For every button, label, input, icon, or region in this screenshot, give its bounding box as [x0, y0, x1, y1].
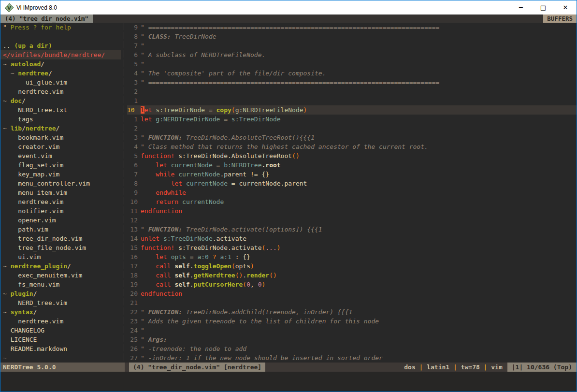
tab-tree-dir-node[interactable]: (4) "tree_dir_node.vim" — [0, 15, 93, 23]
minimize-button[interactable]: ─ — [510, 0, 532, 15]
tree-item[interactable]: creator.vim — [0, 142, 121, 151]
code-line[interactable]: 5" — [127, 59, 577, 69]
line-number: 1 — [127, 115, 138, 124]
code-line[interactable]: 1 — [127, 96, 577, 105]
tree-item[interactable]: fs_menu.vim — [0, 280, 121, 289]
tree-item[interactable]: README.markdown — [0, 344, 121, 353]
code-line[interactable]: 3" =====================================… — [127, 78, 577, 87]
maximize-button[interactable]: □ — [532, 0, 554, 15]
code-line[interactable]: 22" FUNCTION: TreeDirNode.addChild(treen… — [127, 307, 577, 317]
code-line[interactable]: 10 return currentNode — [127, 197, 577, 206]
code-line[interactable]: 2 — [127, 124, 577, 133]
tree-item[interactable]: bookmark.vim — [0, 133, 121, 142]
token-fg: .activate — [213, 235, 246, 242]
code-line[interactable]: 6" A subclass of NERDTreeFileNode. — [127, 50, 577, 59]
token-cmb: Args: — [148, 336, 167, 343]
tree-item[interactable]: menu_item.vim — [0, 188, 121, 197]
code-line-current[interactable]: 10let s:TreeDirNode = copy(g:NERDTreeFil… — [127, 105, 577, 115]
tree-item[interactable]: .. (up a dir) — [0, 41, 121, 50]
code-line[interactable]: 1let g:NERDTreeDirNode = s:TreeDirNode — [127, 115, 577, 124]
tree-item[interactable]: LICENCE — [0, 335, 121, 344]
code-line[interactable]: 18 call self.getNerdtree().render() — [127, 271, 577, 280]
code-line[interactable]: 7" — [127, 41, 577, 50]
tree-item[interactable]: menu_controller.vim — [0, 179, 121, 188]
tree-item[interactable] — [0, 32, 121, 41]
tree-item[interactable]: event.vim — [0, 151, 121, 160]
tree-item[interactable]: NERD_tree.txt — [0, 105, 121, 115]
tree-item[interactable]: ~ nerdtree_plugin/ — [0, 261, 121, 271]
tree-item[interactable]: " Press ? for help — [0, 23, 121, 32]
tree-root-item[interactable]: </vimfiles/bundle/nerdtree/ — [0, 50, 121, 59]
code-line[interactable]: 21 — [127, 298, 577, 307]
line-number: 16 — [127, 252, 138, 261]
tree-item[interactable]: opener.vim — [0, 216, 121, 225]
tree-item[interactable]: ~ doc/ — [0, 96, 121, 105]
code-line[interactable]: 17 call self.toggleOpen(opts) — [127, 261, 577, 271]
tree-item[interactable]: ~ syntax/ — [0, 307, 121, 317]
token-fg — [159, 235, 163, 242]
tree-item[interactable]: nerdtree.vim — [0, 87, 121, 96]
code-line[interactable]: 13" FUNCTION: TreeDirNode.activate([opti… — [127, 225, 577, 234]
token-op: ? — [213, 253, 216, 261]
title-bar: V Vi IMproved 8.0 ─ □ ✕ — [0, 0, 577, 15]
status-info-item: dos — [404, 363, 415, 371]
tree-item[interactable]: nerdtree.vim — [0, 317, 121, 326]
code-line[interactable]: 19 call self.putCursorHere(0, 0) — [127, 280, 577, 289]
token-cmb: FUNCTION: — [148, 308, 182, 316]
code-line[interactable]: 2 — [127, 87, 577, 96]
code-line[interactable]: 6 let currentNode = b:NERDTree.root — [127, 160, 577, 170]
tree-item[interactable]: ui_glue.vim — [0, 78, 121, 87]
code-line[interactable]: 27" -inOrder: 1 if the new node should b… — [127, 353, 577, 363]
tree-item[interactable]: ~ plugin/ — [0, 289, 121, 298]
tree-item[interactable]: ~ lib/nerdtree/ — [0, 124, 121, 133]
tree-item[interactable]: NERD_tree.vim — [0, 298, 121, 307]
token-pale: g:NERDTreeFileNode — [235, 106, 303, 114]
tree-item[interactable]: ~ autoload/ — [0, 59, 121, 69]
tree-item[interactable]: tree_dir_node.vim — [0, 234, 121, 243]
token-cm: " The 'composite' part of the file/dir c… — [141, 70, 326, 77]
code-line[interactable]: 4" The 'composite' part of the file/dir … — [127, 69, 577, 78]
tree-item[interactable]: tags — [0, 115, 121, 124]
code-line[interactable]: 11endfunction — [127, 206, 577, 216]
code-line[interactable]: 16 let opts = a:0 ? a:1 : {} — [127, 252, 577, 261]
code-line[interactable]: 9 endwhile — [127, 188, 577, 197]
token-dl: ) — [303, 106, 307, 114]
code-line[interactable]: 20endfunction — [127, 289, 577, 298]
token-hlp: Press ? for help — [11, 24, 71, 31]
line-number: 23 — [127, 317, 138, 326]
code-line[interactable]: 24" — [127, 326, 577, 335]
code-line[interactable]: 8 let currentNode = currentNode.parent — [127, 179, 577, 188]
close-button[interactable]: ✕ — [554, 0, 577, 15]
tree-item[interactable]: exec_menuitem.vim — [0, 271, 121, 280]
line-number: 26 — [127, 344, 138, 353]
code-line[interactable]: 25" Args: — [127, 335, 577, 344]
tree-item[interactable]: ui.vim — [0, 252, 121, 261]
tree-item[interactable]: key_map.vim — [0, 170, 121, 179]
tree-item[interactable]: tree_file_node.vim — [0, 243, 121, 252]
code-line[interactable]: 7 while currentNode.parent != {} — [127, 170, 577, 179]
tree-item[interactable]: path.vim — [0, 225, 121, 234]
tree-item[interactable]: CHANGELOG — [0, 326, 121, 335]
tree-item[interactable]: nerdtree.vim — [0, 197, 121, 206]
line-number: 1 — [127, 96, 138, 105]
tree-item[interactable]: ~ nerdtree/ — [0, 69, 121, 78]
code-line[interactable]: 5function! s:TreeDirNode.AbsoluteTreeRoo… — [127, 151, 577, 160]
line-number: 3 — [127, 78, 138, 87]
code-line[interactable]: 23" Adds the given treenode to the list … — [127, 317, 577, 326]
code-line[interactable]: 14unlet s:TreeDirNode.activate — [127, 234, 577, 243]
window-separator[interactable] — [121, 23, 127, 363]
tree-item[interactable]: ~ — [0, 353, 121, 363]
code-line[interactable]: 12 — [127, 216, 577, 225]
code-line[interactable]: 4" Class method that returns the highest… — [127, 142, 577, 151]
code-line[interactable]: 26" -treenode: the node to add — [127, 344, 577, 353]
code-line[interactable]: 3" FUNCTION: TreeDirNode.AbsoluteTreeRoo… — [127, 133, 577, 142]
token-kw: endwhile — [156, 189, 186, 196]
tree-item[interactable]: notifier.vim — [0, 206, 121, 216]
code-line[interactable]: 9" =====================================… — [127, 23, 577, 32]
code-line[interactable]: 8" CLASS: TreeDirNode — [127, 32, 577, 41]
tree-item[interactable]: flag_set.vim — [0, 160, 121, 170]
line-number: 6 — [127, 160, 138, 170]
token-dl: ( — [231, 106, 235, 114]
code-line[interactable]: 15function! s:TreeDirNode.activate(...) — [127, 243, 577, 252]
token-fg: / — [56, 125, 60, 132]
